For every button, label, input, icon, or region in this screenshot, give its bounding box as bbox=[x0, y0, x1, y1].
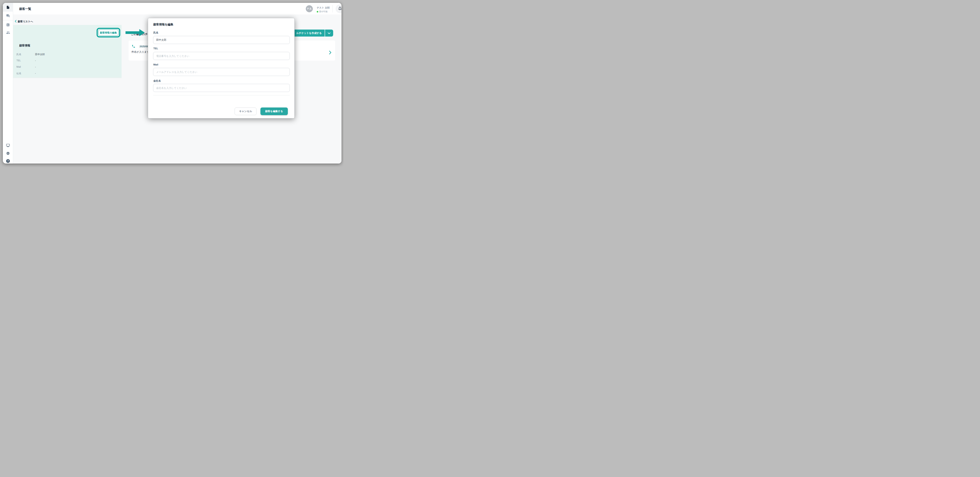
status-dot bbox=[317, 11, 318, 13]
sidebar-item-chat[interactable] bbox=[3, 11, 13, 20]
create-ticket-button[interactable]: ルチケットを作成する bbox=[293, 30, 325, 36]
user-name: テスト 太郎 bbox=[317, 6, 330, 10]
chevron-left-icon bbox=[15, 19, 16, 24]
submit-edit-customer-button[interactable]: 顧客を編集する bbox=[261, 108, 288, 115]
name-input[interactable] bbox=[153, 36, 290, 44]
field-label-tel: TEL bbox=[16, 59, 21, 62]
create-ticket-label: ルチケットを作成する bbox=[296, 32, 322, 35]
header: 顧客一覧 テ太 テスト 太郎 受付可能 bbox=[13, 3, 342, 14]
field-label-mail: Mail bbox=[16, 65, 21, 68]
sidebar-item-reports[interactable] bbox=[3, 21, 13, 29]
page-title: 顧客一覧 bbox=[19, 7, 31, 11]
document-icon bbox=[6, 5, 10, 9]
help-icon: ? bbox=[6, 159, 10, 163]
sidebar-item-help[interactable]: ? bbox=[3, 157, 13, 163]
field-label-company: 社名 bbox=[16, 72, 21, 75]
avatar[interactable]: テ太 bbox=[306, 5, 313, 12]
bar-chart-icon bbox=[6, 23, 10, 27]
chevron-down-icon bbox=[328, 31, 331, 35]
sidebar-item-workspace[interactable] bbox=[3, 141, 13, 150]
bell-icon bbox=[338, 6, 342, 11]
tutorial-highlight-ring: 顧客情報の編集 bbox=[97, 28, 120, 37]
gear-icon bbox=[6, 152, 10, 155]
app-window: ? 顧客一覧 テ太 テスト 太郎 受付可能 顧客リストへ 顧客情報 氏名 bbox=[3, 3, 342, 163]
mail-input[interactable] bbox=[153, 68, 290, 76]
field-value-name: 田中太郎 bbox=[35, 53, 45, 56]
edit-customer-info-button[interactable]: 顧客情報の編集 bbox=[99, 30, 118, 36]
sidebar-item-documents[interactable] bbox=[3, 3, 13, 12]
field-value-mail: - bbox=[35, 65, 36, 68]
sidebar-item-settings[interactable] bbox=[3, 149, 13, 158]
sidebar: ? bbox=[3, 3, 13, 163]
panel-divider bbox=[13, 78, 122, 78]
tel-input[interactable] bbox=[153, 52, 290, 60]
chat-icon bbox=[6, 14, 10, 18]
ticket-subject: 件名が入ります bbox=[131, 50, 150, 54]
modal-title: 顧客情報を編集 bbox=[153, 22, 173, 27]
edit-customer-modal: 顧客情報を編集 氏名 TEL Mail 会社名 キャンセル 顧客を編集する bbox=[148, 18, 294, 119]
company-input[interactable] bbox=[153, 84, 290, 92]
status-badge: 受付可能 bbox=[317, 10, 328, 13]
ticket-date: 2025/08 bbox=[140, 45, 148, 48]
tutorial-arrow bbox=[126, 31, 140, 34]
header-divider bbox=[332, 5, 333, 13]
modal-label-name: 氏名 bbox=[153, 31, 158, 34]
chevron-right-icon bbox=[329, 51, 331, 55]
monitor-icon bbox=[6, 144, 10, 147]
create-ticket-dropdown-button[interactable] bbox=[325, 30, 333, 36]
modal-label-company: 会社名 bbox=[153, 79, 161, 82]
modal-label-mail: Mail bbox=[153, 63, 158, 66]
cancel-button[interactable]: キャンセル bbox=[235, 108, 256, 115]
field-value-tel: - bbox=[35, 59, 36, 62]
tutorial-arrow-head bbox=[139, 29, 145, 36]
field-value-company: - bbox=[35, 72, 36, 74]
sidebar-item-customers[interactable] bbox=[3, 28, 13, 37]
status-text: 受付可能 bbox=[319, 10, 328, 13]
panel-title: 顧客情報 bbox=[19, 44, 30, 48]
breadcrumb-label: 顧客リストへ bbox=[18, 20, 33, 23]
field-label-name: 氏名 bbox=[16, 53, 21, 56]
modal-label-tel: TEL bbox=[153, 47, 158, 50]
phone-icon bbox=[132, 44, 135, 49]
people-icon bbox=[6, 31, 10, 35]
notifications-button[interactable] bbox=[336, 5, 342, 13]
breadcrumb-back-link[interactable]: 顧客リストへ bbox=[15, 19, 33, 24]
